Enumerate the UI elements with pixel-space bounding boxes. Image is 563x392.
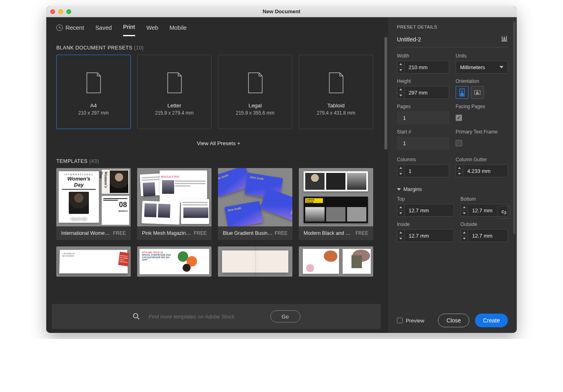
view-all-presets-link[interactable]: View All Presets + bbox=[56, 140, 381, 146]
details-heading: PRESET DETAILS bbox=[397, 25, 508, 29]
pages-label: Pages bbox=[397, 104, 449, 109]
orientation-portrait-button[interactable] bbox=[456, 86, 468, 99]
template-thumbnail: Jane Smith Jane Smith Jane Smith Jane Sm… bbox=[218, 168, 292, 226]
margin-outside-input[interactable]: 12.7 mm bbox=[460, 229, 508, 242]
tab-web[interactable]: Web bbox=[146, 25, 158, 36]
orientation-label: Orientation bbox=[456, 78, 508, 84]
stock-search-input[interactable] bbox=[149, 314, 261, 320]
template-card[interactable] bbox=[218, 246, 292, 277]
facing-pages-label: Facing Pages bbox=[456, 104, 508, 109]
template-name: International Wome… bbox=[61, 230, 110, 236]
margins-toggle[interactable]: Margins bbox=[397, 186, 508, 192]
template-price: FREE bbox=[113, 230, 126, 236]
primary-text-frame-label: Primary Text Frame bbox=[456, 129, 508, 135]
tab-saved[interactable]: Saved bbox=[95, 25, 112, 36]
page-icon bbox=[166, 72, 183, 94]
margin-top-label: Top bbox=[397, 196, 454, 202]
margin-inside-input[interactable]: 12.7 mm bbox=[397, 229, 454, 242]
preset-tabloid[interactable]: Tabloid 279.4 x 431.8 mm bbox=[299, 55, 373, 129]
link-icon bbox=[501, 209, 507, 215]
template-card[interactable]: « Es enitat umate la bentamADIS EOS ES I… bbox=[56, 246, 131, 277]
scrollbar-thumb[interactable] bbox=[384, 37, 387, 150]
height-input[interactable]: 297 mm bbox=[397, 86, 449, 99]
presets-heading: BLANK DOCUMENT PRESETS (10) bbox=[56, 45, 381, 51]
template-thumbnail bbox=[218, 246, 292, 277]
template-thumbnail: MAGAZINE bbox=[137, 168, 212, 226]
step-down-icon[interactable] bbox=[397, 68, 404, 74]
height-label: Height bbox=[397, 78, 449, 84]
columns-input[interactable]: 1 bbox=[397, 164, 449, 177]
template-thumbnail bbox=[299, 246, 373, 277]
tab-print[interactable]: Print bbox=[123, 24, 135, 36]
svg-point-0 bbox=[133, 314, 138, 318]
width-input[interactable]: 210 mm bbox=[397, 61, 449, 74]
page-icon bbox=[247, 72, 264, 94]
template-thumbnail: STYLING TITLE 01SPECIAL EVENTIN NUM, EIU… bbox=[137, 246, 212, 277]
create-button[interactable]: Create bbox=[475, 314, 508, 327]
pages-input[interactable]: 1 bbox=[397, 111, 449, 124]
window-title: New Document bbox=[46, 8, 517, 14]
templates-heading: TEMPLATES (43) bbox=[56, 158, 381, 164]
template-thumbnail: « Es enitat umate la bentamADIS EOS ES I… bbox=[56, 246, 131, 277]
page-icon bbox=[328, 72, 345, 94]
preset-legal[interactable]: Legal 215.9 x 355.6 mm bbox=[218, 55, 292, 129]
margin-bottom-label: Bottom bbox=[460, 196, 508, 202]
template-card[interactable] bbox=[299, 246, 373, 277]
tab-recent[interactable]: Recent bbox=[56, 25, 84, 36]
category-tabs: Recent Saved Print Web Mobile bbox=[46, 17, 388, 36]
stock-search-go-button[interactable]: Go bbox=[270, 310, 300, 322]
preset-details-pane: PRESET DETAILS Untitled-2 Width 210 mm U… bbox=[388, 17, 517, 333]
preset-a4[interactable]: A4 210 x 297 mm bbox=[56, 55, 131, 129]
chevron-down-icon bbox=[397, 188, 401, 191]
template-card[interactable]: MAGAZINE Pink Mesh Magazine…FREE bbox=[137, 168, 212, 240]
gutter-label: Column Gutter bbox=[456, 157, 508, 162]
step-up-icon[interactable] bbox=[397, 61, 404, 68]
margin-top-input[interactable]: 12.7 mm bbox=[397, 204, 454, 217]
search-icon bbox=[133, 313, 140, 320]
template-card[interactable]: STYLING TITLE 01SPECIAL EVENTIN NUM, EIU… bbox=[137, 246, 212, 277]
template-thumbnail: LOREM IPSUM DOLOR bbox=[299, 168, 373, 226]
gutter-input[interactable]: 4.233 mm bbox=[456, 164, 508, 177]
columns-label: Columns bbox=[397, 157, 449, 162]
document-name-input[interactable]: Untitled-2 bbox=[397, 36, 421, 43]
preset-name: A4 bbox=[90, 103, 97, 109]
tab-mobile[interactable]: Mobile bbox=[169, 25, 187, 36]
titlebar: New Document bbox=[46, 6, 517, 17]
stock-search-bar: Go bbox=[52, 304, 381, 329]
units-select[interactable]: Millimeters bbox=[456, 61, 508, 74]
save-preset-icon[interactable] bbox=[501, 35, 508, 44]
page-icon bbox=[85, 72, 102, 94]
chevron-down-icon bbox=[499, 66, 503, 68]
template-card[interactable]: INTERNATIONALWomen's DayMarch 8th Women'… bbox=[56, 168, 131, 240]
preset-dims: 210 x 297 mm bbox=[78, 110, 109, 116]
link-margins-button[interactable] bbox=[497, 206, 510, 219]
primary-text-frame-checkbox[interactable] bbox=[456, 140, 462, 146]
preview-checkbox[interactable]: Preview bbox=[397, 318, 424, 324]
orientation-landscape-button[interactable] bbox=[471, 86, 484, 99]
svg-point-2 bbox=[461, 90, 463, 92]
template-thumbnail: INTERNATIONALWomen's DayMarch 8th Women'… bbox=[56, 168, 131, 226]
margin-inside-label: Inside bbox=[397, 222, 454, 227]
facing-pages-checkbox[interactable] bbox=[456, 115, 462, 121]
start-number-label: Start # bbox=[397, 129, 449, 135]
new-document-window: New Document Recent Saved Print Web Mobi… bbox=[46, 6, 517, 333]
close-button[interactable]: Close bbox=[438, 314, 469, 327]
template-card[interactable]: Jane Smith Jane Smith Jane Smith Jane Sm… bbox=[218, 168, 292, 240]
clock-icon bbox=[56, 25, 63, 31]
scrollbar-thumb[interactable] bbox=[513, 21, 516, 234]
left-pane: Recent Saved Print Web Mobile BLANK DOCU… bbox=[46, 17, 388, 333]
width-label: Width bbox=[397, 53, 449, 59]
preset-letter[interactable]: Letter 215.9 x 279.4 mm bbox=[137, 55, 212, 129]
start-number-input[interactable]: 1 bbox=[397, 137, 449, 150]
units-label: Units bbox=[456, 53, 508, 59]
template-card[interactable]: LOREM IPSUM DOLOR Modern Black and W…FRE… bbox=[299, 168, 373, 240]
margin-outside-label: Outside bbox=[460, 222, 508, 227]
